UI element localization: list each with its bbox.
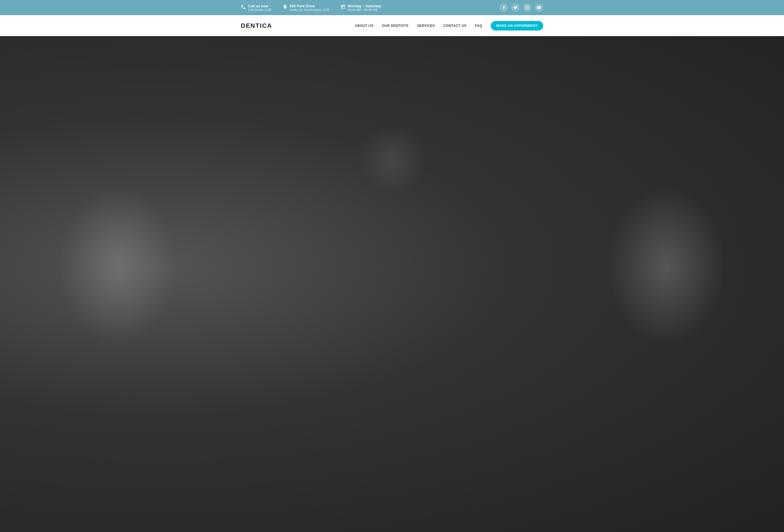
topbar-social <box>500 3 543 12</box>
nav-dentists[interactable]: OUR DENTISTS <box>382 24 409 28</box>
hours-label: Monday – Saturday <box>348 4 381 8</box>
call-label: Call us now <box>248 4 271 8</box>
cta-button[interactable]: MAKE AN APPOINMENT <box>491 21 543 30</box>
facebook-icon[interactable] <box>500 3 508 12</box>
svg-rect-0 <box>526 6 529 9</box>
topbar-address: 605 Park Drive Sretict St. Heralmartani … <box>282 4 329 11</box>
youtube-icon[interactable] <box>535 3 543 12</box>
calendar-icon <box>340 4 345 11</box>
nav-links: ABOUT US OUR DENTISTS SERVICES CONTACT U… <box>355 21 543 30</box>
location-icon <box>282 4 287 11</box>
nav-contact[interactable]: CONTACT US <box>444 24 467 28</box>
topbar-call: Call us now Call Center 1108 <box>241 4 271 11</box>
logo[interactable]: DENTICA <box>241 22 272 29</box>
instagram-icon[interactable] <box>523 3 531 12</box>
topbar-hours: Monday – Saturday 09:00 AM – 06:00 PM <box>340 4 381 11</box>
call-sub: Call Center 1108 <box>248 8 271 11</box>
address-label: 605 Park Drive <box>290 4 329 8</box>
twitter-icon[interactable] <box>511 3 520 12</box>
address-sub: Sretict St. Heralmartani 1108 <box>290 8 329 11</box>
nav-about[interactable]: ABOUT US <box>355 24 373 28</box>
phone-icon <box>241 4 246 11</box>
nav-faq[interactable]: FAQ <box>475 24 482 28</box>
nav-services[interactable]: SERVICES <box>417 24 435 28</box>
hours-sub: 09:00 AM – 06:00 PM <box>348 8 381 11</box>
